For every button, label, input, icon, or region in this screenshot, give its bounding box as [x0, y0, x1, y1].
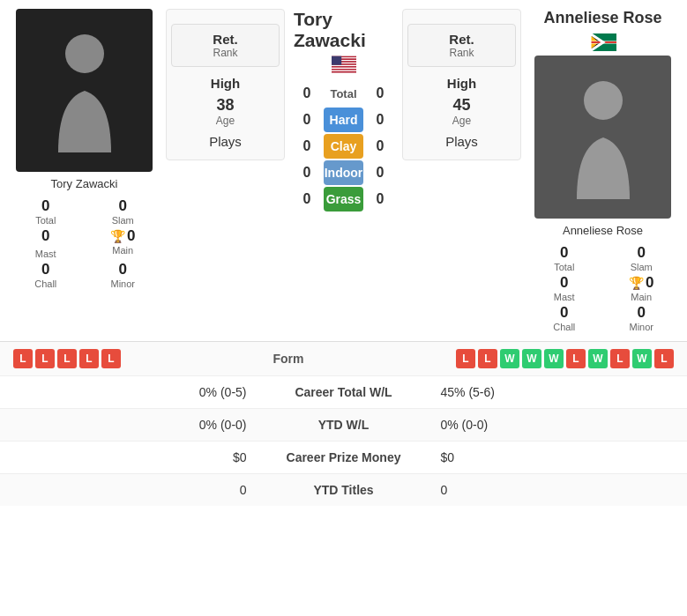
middle-scores: Tory Zawacki [289, 9, 398, 212]
form-badge-w: W [632, 349, 652, 368]
p1-hard-score: 0 [294, 112, 320, 128]
hard-badge: Hard [324, 108, 363, 132]
stat-left-val: 0 [13, 483, 265, 497]
player2-flag [590, 33, 616, 53]
svg-point-0 [65, 34, 104, 73]
player2-main: 🏆 0 Main [608, 274, 676, 302]
grass-row: 0 Grass 0 [294, 187, 393, 212]
form-badge-l: L [79, 349, 99, 368]
za-flag-svg [590, 33, 616, 51]
stat-left-val: 0% (0-0) [13, 418, 265, 432]
trophy2-icon: 🏆 [629, 276, 644, 290]
player1-name-label: Tory Zawacki [51, 177, 118, 190]
form-badge-l: L [13, 349, 33, 368]
stat-right-val: 0% (0-0) [423, 418, 675, 432]
stat-right-val: $0 [423, 450, 675, 464]
stat-left-val: $0 [13, 450, 265, 464]
indoor-badge: Indoor [324, 160, 363, 185]
player2-high: High [447, 76, 476, 91]
player1-stats: 0 Total 0 Slam 0 Mast 🏆 0 Main [7, 197, 161, 289]
player1-plays: Plays [209, 134, 242, 149]
indoor-row: 0 Indoor 0 [294, 160, 393, 185]
player2-name-label: Anneliese Rose [563, 224, 643, 237]
player1-photo [16, 9, 153, 172]
table-row: $0 Career Prize Money $0 [0, 441, 687, 473]
hard-row: 0 Hard 0 [294, 108, 393, 132]
form-badge-l: L [610, 349, 630, 368]
p2-hard-score: 0 [367, 112, 393, 128]
player1-name-top: Tory Zawacki [294, 9, 393, 51]
player2-rank-panel: Ret. Rank High 45 Age Plays [402, 9, 521, 160]
svg-rect-10 [332, 68, 356, 69]
player1-flag [332, 56, 356, 77]
table-row: 0 YTD Titles 0 [0, 473, 687, 506]
player2-age-box: 45 Age [452, 96, 471, 127]
form-badge-l: L [456, 349, 475, 368]
player2-photo [534, 56, 671, 219]
form-badge-w: W [522, 349, 541, 368]
p1-indoor-score: 0 [294, 165, 320, 181]
scores-grid: 0 Total 0 0 Hard 0 0 [294, 81, 393, 212]
p2-total-score: 0 [367, 85, 393, 101]
stat-center-label: YTD W/L [265, 418, 423, 432]
player2-form: LLWWWLWLWL [456, 349, 674, 368]
form-badge-l: L [654, 349, 674, 368]
player2-name-top: Anneliese Rose [543, 9, 661, 27]
form-badge-l: L [566, 349, 586, 368]
trophy1-icon: 🏆 [110, 229, 125, 243]
player1-minor: 0 Minor [89, 261, 158, 289]
clay-row: 0 Clay 0 [294, 134, 393, 159]
svg-rect-8 [332, 65, 356, 66]
player1-form: LLLLL [13, 349, 121, 368]
form-badge-w: W [588, 349, 608, 368]
p2-indoor-score: 0 [367, 165, 393, 181]
total-badge: Total [324, 81, 363, 106]
player2-rank-box: Ret. Rank [407, 24, 516, 67]
player1-high: High [211, 76, 240, 91]
p2-grass-score: 0 [367, 191, 393, 207]
stats-table: 0% (0-5) Career Total W/L 45% (5-6) 0% (… [0, 375, 687, 506]
form-badge-l: L [101, 349, 121, 368]
form-badge-l: L [35, 349, 55, 368]
player1-slam: 0 Slam [89, 197, 158, 226]
players-layout: Tory Zawacki 0 Total 0 Slam 0 Mast 🏆 [0, 0, 687, 341]
stat-center-label: Career Prize Money [265, 450, 423, 464]
svg-rect-9 [332, 66, 356, 67]
form-badge-l: L [478, 349, 497, 368]
form-badge-l: L [57, 349, 77, 368]
svg-rect-13 [332, 71, 356, 72]
svg-point-21 [584, 81, 623, 120]
p1-clay-score: 0 [294, 138, 320, 154]
player1-age-box: 38 Age [216, 96, 235, 127]
player2-chall: 0 Chall [530, 304, 599, 332]
clay-badge: Clay [324, 134, 363, 159]
stat-center-label: YTD Titles [265, 483, 423, 497]
stat-left-val: 0% (0-5) [13, 385, 265, 399]
player2-mast: 0 Mast [530, 274, 599, 302]
total-row: 0 Total 0 [294, 81, 393, 106]
us-flag-svg [332, 56, 356, 73]
stat-right-val: 45% (5-6) [423, 385, 675, 399]
grass-badge: Grass [324, 187, 363, 212]
player2-slam: 0 Slam [608, 244, 676, 272]
player2-stats: 0 Total 0 Slam 0 Mast 🏆 0 Main [526, 244, 680, 332]
player2-total: 0 Total [530, 244, 599, 272]
player1-chall: 0 Chall [11, 261, 80, 289]
player1-section: Tory Zawacki 0 Total 0 Slam 0 Mast 🏆 [7, 9, 161, 289]
player2-plays: Plays [445, 134, 478, 149]
table-row: 0% (0-5) Career Total W/L 45% (5-6) [0, 375, 687, 408]
player1-main: 🏆 0 Main [89, 227, 158, 259]
svg-rect-12 [332, 70, 356, 71]
player1-rank-box: Ret. Rank [171, 24, 280, 67]
svg-rect-11 [332, 69, 356, 70]
form-label: Form [235, 352, 341, 366]
p1-total-score: 0 [294, 85, 320, 101]
form-section: LLLLL Form LLWWWLWLWL [0, 341, 687, 375]
p1-grass-score: 0 [294, 191, 320, 207]
player2-silhouette [568, 76, 638, 199]
player2-section: Anneliese Rose Anneliese Ros [526, 9, 680, 332]
table-row: 0% (0-0) YTD W/L 0% (0-0) [0, 408, 687, 441]
player1-rank-panel: Ret. Rank High 38 Age Plays [166, 9, 285, 160]
stat-right-val: 0 [423, 483, 675, 497]
p2-clay-score: 0 [367, 138, 393, 154]
